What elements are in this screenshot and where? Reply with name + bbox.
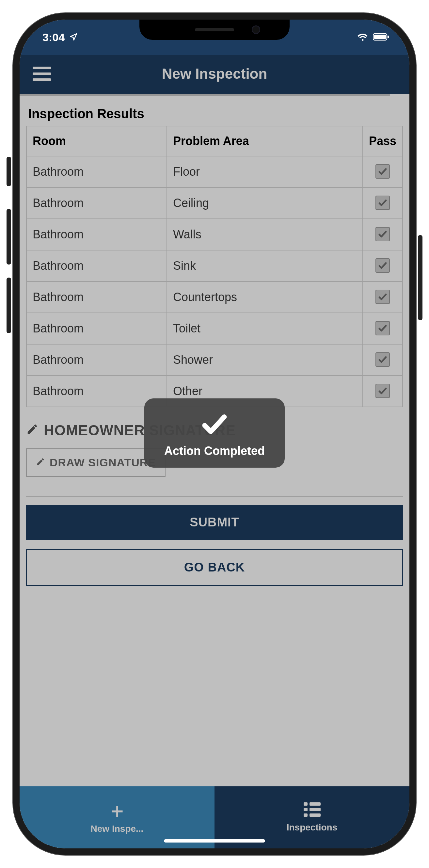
cell-pass <box>363 281 403 313</box>
cell-problem-area: Shower <box>167 344 363 376</box>
svg-rect-7 <box>304 813 308 817</box>
pencil-icon <box>26 422 38 439</box>
table-header-row: Room Problem Area Pass <box>26 126 403 156</box>
phone-volume-up <box>6 209 11 265</box>
pass-checkbox[interactable] <box>375 352 390 367</box>
svg-rect-1 <box>374 35 386 39</box>
cell-problem-area: Ceiling <box>167 187 363 219</box>
table-row: BathroomShower <box>26 344 403 376</box>
nav-bar: New Inspection <box>20 55 409 94</box>
cell-pass <box>363 344 403 376</box>
cell-room: Bathroom <box>26 250 167 281</box>
pencil-icon <box>36 456 45 469</box>
divider <box>26 496 403 497</box>
pass-checkbox[interactable] <box>375 164 390 179</box>
phone-mute-switch <box>6 157 11 186</box>
grid-icon <box>304 802 320 819</box>
col-pass: Pass <box>363 126 403 156</box>
phone-notch <box>140 20 289 40</box>
svg-rect-4 <box>309 802 320 806</box>
phone-power-button <box>418 235 423 320</box>
pass-checkbox[interactable] <box>375 290 390 304</box>
cell-room: Bathroom <box>26 219 167 250</box>
pass-checkbox[interactable] <box>375 384 390 398</box>
cell-pass <box>363 313 403 344</box>
tab-inspections-label: Inspections <box>287 822 338 833</box>
action-completed-toast: Action Completed <box>144 398 285 468</box>
svg-rect-6 <box>309 808 320 811</box>
svg-rect-5 <box>304 808 308 811</box>
plus-icon: ＋ <box>108 801 127 820</box>
table-row: BathroomFloor <box>26 156 403 187</box>
location-icon <box>69 31 78 44</box>
cell-room: Bathroom <box>26 156 167 187</box>
home-indicator[interactable] <box>164 839 265 842</box>
pass-checkbox[interactable] <box>375 321 390 335</box>
cell-pass <box>363 250 403 281</box>
submit-button[interactable]: SUBMIT <box>26 505 403 540</box>
cell-problem-area: Floor <box>167 156 363 187</box>
cell-pass <box>363 219 403 250</box>
checkmark-icon <box>151 409 278 440</box>
pass-checkbox[interactable] <box>375 258 390 273</box>
cell-problem-area: Sink <box>167 250 363 281</box>
svg-rect-3 <box>304 802 308 806</box>
phone-frame: 3:04 <box>13 13 416 855</box>
phone-volume-down <box>6 278 11 333</box>
cell-problem-area: Walls <box>167 219 363 250</box>
toast-label: Action Completed <box>151 444 278 458</box>
table-row: BathroomSink <box>26 250 403 281</box>
table-row: BathroomToilet <box>26 313 403 344</box>
table-row: BathroomWalls <box>26 219 403 250</box>
wifi-icon <box>357 31 368 44</box>
col-problem: Problem Area <box>167 126 363 156</box>
cell-room: Bathroom <box>26 313 167 344</box>
table-row: BathroomCeiling <box>26 187 403 219</box>
draw-signature-label: DRAW SIGNATURE <box>50 456 156 469</box>
col-room: Room <box>26 126 167 156</box>
svg-rect-2 <box>388 36 389 38</box>
go-back-button[interactable]: GO BACK <box>26 549 403 586</box>
table-row: BathroomCountertops <box>26 281 403 313</box>
cell-room: Bathroom <box>26 281 167 313</box>
status-time: 3:04 <box>42 31 65 44</box>
pass-checkbox[interactable] <box>375 196 390 210</box>
cell-problem-area: Countertops <box>167 281 363 313</box>
cell-problem-area: Toilet <box>167 313 363 344</box>
cell-pass <box>363 187 403 219</box>
cell-room: Bathroom <box>26 187 167 219</box>
svg-rect-8 <box>309 813 320 817</box>
section-title: Inspection Results <box>28 106 403 121</box>
cell-pass <box>363 156 403 187</box>
cell-room: Bathroom <box>26 344 167 376</box>
tab-new-inspection-label: New Inspe... <box>91 824 144 834</box>
page-title: New Inspection <box>20 66 409 82</box>
results-table: Room Problem Area Pass BathroomFloorBath… <box>26 126 403 407</box>
pass-checkbox[interactable] <box>375 227 390 241</box>
battery-icon <box>373 31 390 44</box>
cell-pass <box>363 376 403 407</box>
